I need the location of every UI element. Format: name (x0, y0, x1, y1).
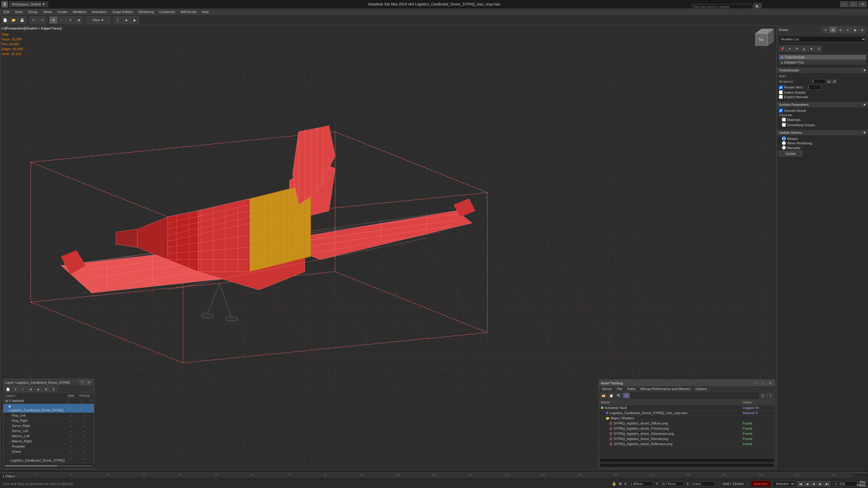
asset-menu-server[interactable]: Server (600, 387, 614, 391)
menu-modifiers[interactable]: Modifiers (70, 9, 89, 14)
utilities-tab[interactable]: ⊗ (859, 27, 866, 33)
play-prev-btn[interactable]: ◀ (804, 481, 810, 486)
asset-menu-file[interactable]: File (615, 387, 624, 391)
redo-btn[interactable]: ↪ (38, 17, 46, 24)
menu-rendering[interactable]: Rendering (136, 9, 156, 14)
smooth-result-checkbox[interactable] (779, 108, 783, 112)
layer-item-propeller[interactable]: · Propeller — — (3, 444, 94, 449)
material-editor-btn[interactable]: ◈ (122, 17, 130, 24)
manually-radio[interactable] (782, 145, 786, 150)
save-btn[interactable]: 💾 (18, 17, 26, 24)
iterations-down[interactable]: ▼ (832, 80, 837, 83)
play-fwd-btn[interactable]: ▶ (817, 481, 824, 486)
minimize-button[interactable]: ─ (840, 1, 848, 7)
layer-item-rogleft[interactable]: · Rog_Left — — (3, 413, 94, 418)
layer-item-logistics2[interactable]: · Logistics_Cardboard_Drone_SYPAQ — — (3, 454, 94, 463)
scale-btn[interactable]: ⊠ (75, 17, 83, 24)
layer-select-btn[interactable]: ⊕ (27, 386, 34, 392)
hierarchy-tab[interactable]: ⊕ (837, 27, 844, 33)
turbosmooth-section-header[interactable]: TurboSmooth ▼ (777, 67, 868, 73)
isoline-checkbox[interactable] (779, 90, 783, 94)
layer-scroll-thumb[interactable] (5, 465, 58, 467)
layer-add-btn[interactable]: + (20, 386, 27, 392)
asset-panel-close[interactable]: ✕ (767, 381, 773, 385)
render-btn[interactable]: ▶ (131, 17, 139, 24)
layer-item-default[interactable]: ⊞ 0 (default) — — □ (3, 398, 94, 404)
create-tab[interactable]: ✦ (823, 27, 829, 33)
layer-highlight-btn[interactable]: ◈ (35, 386, 42, 392)
turbosmooth-modifier[interactable]: ◉ TurboSmooth (779, 55, 866, 60)
update-button[interactable]: Update (779, 151, 802, 156)
asset-help-btn[interactable]: ? (767, 393, 774, 398)
update-options-header[interactable]: Update Options ▼ (777, 130, 868, 135)
asset-toolbar-btn2[interactable]: 📋 (608, 393, 615, 398)
cube-gizmo[interactable]: Top (749, 27, 774, 52)
menu-tools[interactable]: Tools (12, 9, 25, 14)
layer-info-btn[interactable]: ℹ (50, 386, 57, 392)
selected-dropdown[interactable]: Selected (773, 481, 795, 486)
mod-reset-btn[interactable]: ↺ (815, 45, 822, 52)
mod-copy-btn[interactable]: ⧉ (794, 45, 800, 52)
undo-btn[interactable]: ↩ (30, 17, 37, 24)
layer-item-logistics[interactable]: ▶ Logistics_Cardboard_Drone_SYPAQ — — ✓ (3, 404, 94, 413)
menu-views[interactable]: Views (40, 9, 54, 14)
layer-item-servoright[interactable]: · Servo_Right — — (3, 423, 94, 428)
menu-customize[interactable]: Customize (157, 9, 178, 14)
asset-row-glossiness[interactable]: 🖼 SYPAQ_logistics_drone_Glossiness.png F… (599, 431, 775, 436)
play-stop-btn[interactable]: ■ (811, 481, 817, 486)
layer-item-aileronleft[interactable]: · Aileron_Left — — (3, 433, 94, 439)
asset-row-maps[interactable]: 📁 Maps / Shaders (599, 416, 775, 421)
explicit-normals-checkbox[interactable] (779, 95, 783, 99)
asset-row-fresnel[interactable]: 🖼 SYPAQ_logistics_drone_Fresnel.png Foun… (599, 426, 775, 431)
layer-item-rogright[interactable]: · Rog_Right — — (3, 418, 94, 423)
mod-remove-btn[interactable]: ✕ (786, 45, 793, 52)
modifier-list-dropdown[interactable]: Modifier List (779, 36, 866, 42)
smoothing-groups-checkbox[interactable] (782, 123, 786, 127)
layer-new-btn[interactable]: 📄 (5, 386, 11, 392)
asset-menu-paths[interactable]: Paths (625, 387, 638, 391)
asset-row-diffuse[interactable]: 🖼 SYPAQ_logistics_drone_Diffuse.png Foun… (599, 421, 775, 426)
render-iters-input[interactable] (806, 85, 821, 90)
modify-tab[interactable]: ⊞ (830, 27, 836, 33)
asset-row-max-file[interactable]: Logistics_Cardboard_Drone_SYPAQ_max_vray… (599, 411, 775, 416)
asset-menu-bitmap[interactable]: Bitmap Performance and Memory (639, 387, 692, 391)
y-value[interactable]: 10.741cm (660, 481, 684, 486)
render-iters-checkbox[interactable] (779, 86, 783, 89)
iterations-up[interactable]: ▲ (827, 80, 831, 83)
asset-row-reflection[interactable]: 🖼 SYPAQ_logistics_drone_Reflection.png F… (599, 442, 775, 447)
iterations-input[interactable] (810, 79, 826, 84)
motion-tab[interactable]: ⊙ (844, 27, 851, 33)
move-btn[interactable]: ↔ (58, 17, 66, 24)
mod-move-up-btn[interactable]: ▲ (801, 45, 807, 52)
layer-panel-close[interactable]: ✕ (86, 380, 92, 385)
layer-panel-question[interactable]: ? (80, 380, 85, 385)
z-value[interactable]: 0.0cm (691, 481, 715, 486)
workspace-selector[interactable]: Workspace: Default ▼ (9, 2, 48, 7)
layer-scrollbar[interactable] (3, 463, 94, 468)
menu-maxscript[interactable]: MAXScript (178, 9, 199, 14)
materials-checkbox[interactable] (782, 118, 786, 122)
layer-item-servoleft[interactable]: · Servo_Left — — (3, 428, 94, 433)
menu-group[interactable]: Group (26, 9, 40, 14)
frame-counter[interactable]: 0 / 225 (833, 481, 857, 486)
asset-row-vault[interactable]: Autodesk Vault Logged On (599, 405, 775, 411)
asset-menu-options[interactable]: Options (694, 387, 709, 391)
x-value[interactable]: 1.964cm (628, 481, 653, 486)
layer-btn[interactable]: Ξ (114, 17, 122, 24)
maximize-button[interactable]: □ (849, 1, 858, 7)
menu-create[interactable]: Create (55, 9, 70, 14)
play-back-btn[interactable]: |◀ (798, 481, 804, 486)
key-filters-btn[interactable]: Key Filters... (860, 481, 866, 486)
menu-animation[interactable]: Animation (89, 9, 109, 14)
asset-panel-maximize[interactable]: □ (760, 381, 766, 385)
new-btn[interactable]: 📄 (1, 17, 9, 24)
layer-delete-btn[interactable]: ✕ (12, 386, 19, 392)
reference-coord-btn[interactable]: View ▼ (86, 17, 111, 24)
surface-params-header[interactable]: Surface Parameters ▼ (777, 102, 868, 107)
menu-edit[interactable]: Edit (1, 9, 12, 14)
mod-move-down-btn[interactable]: ▼ (808, 45, 815, 52)
always-radio[interactable] (782, 136, 786, 140)
menu-graph-editors[interactable]: Graph Editors (110, 9, 135, 14)
close-button[interactable]: ✕ (858, 1, 867, 7)
layer-settings-btn[interactable]: ⚙ (42, 386, 49, 392)
